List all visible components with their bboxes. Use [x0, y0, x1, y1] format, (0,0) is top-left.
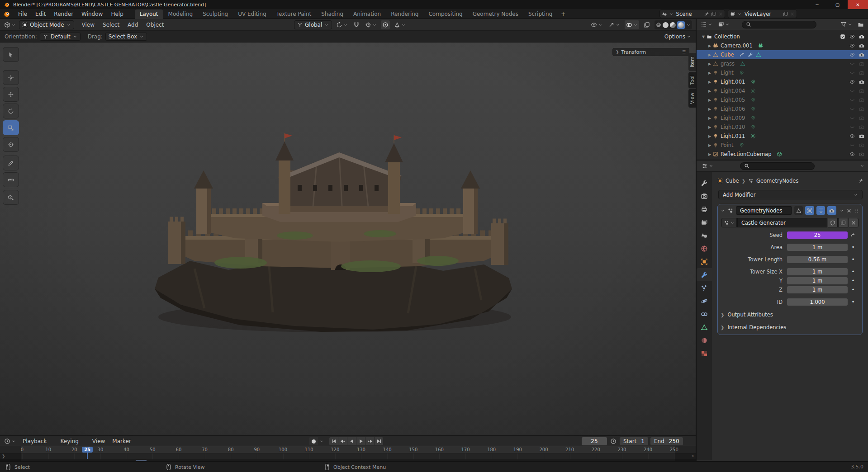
object-name[interactable]: Light.006	[721, 106, 745, 112]
editor-type-button[interactable]	[3, 437, 17, 446]
tool-cursor[interactable]	[3, 70, 19, 85]
viewport-menu-object[interactable]: Object	[142, 22, 168, 28]
add-modifier-button[interactable]: Add Modifier	[718, 190, 863, 199]
properties-tab-view-layer[interactable]	[697, 216, 712, 229]
viewport-canvas[interactable]: ❯ Transform ☰ ItemToolView	[0, 42, 696, 435]
pivot-point-dropdown[interactable]	[335, 20, 349, 29]
tool-measure[interactable]	[3, 172, 19, 187]
eye-open-icon[interactable]	[849, 34, 855, 39]
delete-view-layer-icon[interactable]	[790, 12, 795, 16]
outliner-row[interactable]: ▶ grass	[697, 59, 868, 68]
unlink-node-group-button[interactable]	[849, 218, 859, 227]
auto-keying-button[interactable]	[309, 437, 318, 445]
properties-tab-world[interactable]	[697, 242, 712, 255]
timeline-menu-marker[interactable]: Marker	[109, 438, 134, 444]
expand-arrow-icon[interactable]: ▶	[707, 125, 713, 129]
properties-tab-render[interactable]	[697, 189, 712, 203]
object-name[interactable]: Light.011	[721, 133, 745, 139]
display-mode-dropdown[interactable]	[716, 20, 731, 29]
expand-arrow-icon[interactable]: ▶	[707, 143, 713, 147]
viewport-menu-add[interactable]: Add	[123, 22, 142, 28]
object-name[interactable]: Light	[721, 70, 734, 76]
animate-dot[interactable]: •	[851, 288, 855, 292]
shading-rendered-button[interactable]	[677, 21, 685, 29]
properties-tab-constraints[interactable]	[697, 307, 712, 321]
tool-rotate[interactable]	[3, 104, 19, 118]
stopwatch-icon[interactable]	[610, 438, 617, 444]
orientation-dropdown[interactable]: Default	[40, 33, 81, 41]
workspace-tab-texture-paint[interactable]: Texture Paint	[271, 9, 316, 19]
frame-start-field[interactable]: Start 1	[620, 437, 648, 445]
object-visibility-dropdown[interactable]	[589, 20, 604, 29]
properties-tab-material[interactable]	[697, 334, 712, 347]
new-view-layer-icon[interactable]	[783, 11, 788, 17]
collection-row[interactable]: ▼ Collection	[697, 32, 868, 41]
collapse-chevron-icon[interactable]	[721, 208, 725, 213]
play-button[interactable]	[356, 437, 365, 445]
timeline-menu-keying[interactable]: Keying	[57, 438, 89, 444]
properties-tab-physics[interactable]	[697, 294, 712, 307]
properties-tab-tool[interactable]	[697, 176, 712, 189]
scene-selector[interactable]: Scene	[659, 9, 725, 18]
object-name[interactable]: Light.004	[721, 88, 745, 94]
sidebar-tab-tool[interactable]: Tool	[688, 72, 696, 88]
properties-search-input[interactable]	[740, 162, 815, 170]
prev-keyframe-button[interactable]	[338, 437, 347, 445]
sidebar-tab-view[interactable]: View	[688, 89, 696, 108]
view-layer-name[interactable]: ViewLayer	[744, 11, 781, 17]
properties-tab-scene[interactable]	[697, 229, 712, 242]
shading-material-preview-button[interactable]	[670, 22, 676, 28]
workspace-tab-geometry-nodes[interactable]: Geometry Nodes	[468, 9, 523, 19]
chevron-down-icon[interactable]	[319, 439, 324, 444]
jump-start-button[interactable]	[329, 437, 338, 445]
proportional-editing-toggle[interactable]	[381, 20, 390, 29]
overlays-dropdown[interactable]	[625, 20, 639, 29]
shading-wireframe-button[interactable]	[656, 22, 661, 28]
viewport-menu-select[interactable]: Select	[99, 22, 123, 28]
maximize-button[interactable]: ▢	[827, 0, 848, 9]
menu-window[interactable]: Window	[77, 11, 107, 17]
tool-transform[interactable]	[3, 137, 19, 152]
workspace-tab-modeling[interactable]: Modeling	[163, 9, 198, 19]
field-value-area[interactable]: 1 m	[787, 244, 848, 251]
tool-annotate[interactable]	[3, 156, 19, 170]
properties-tab-output[interactable]	[697, 203, 712, 216]
delete-modifier-icon[interactable]	[846, 208, 852, 213]
timeline-menu-view[interactable]: View	[89, 438, 109, 444]
workspace-tab-scripting[interactable]: Scripting	[523, 9, 557, 19]
object-name[interactable]: Light.001	[721, 79, 745, 85]
render-on-icon[interactable]	[859, 34, 864, 39]
outliner-search-input[interactable]	[742, 21, 816, 28]
modifier-name-field[interactable]: GeometryNodes	[736, 206, 792, 215]
new-collection-button[interactable]	[856, 20, 865, 29]
workspace-tab-compositing[interactable]: Compositing	[423, 9, 467, 19]
editor-type-button[interactable]	[699, 20, 714, 29]
animate-dot[interactable]: •	[851, 269, 855, 274]
play-reverse-button[interactable]	[347, 437, 356, 445]
next-keyframe-button[interactable]	[365, 437, 374, 445]
playhead-badge[interactable]: 25	[82, 447, 93, 453]
expand-arrow-icon[interactable]: ▶	[707, 116, 713, 120]
options-button[interactable]: Options	[664, 33, 691, 40]
edit-mode-toggle[interactable]	[805, 206, 814, 215]
transform-orientation-dropdown[interactable]: Global	[294, 20, 332, 29]
outliner-row[interactable]: ▶ Light.004	[697, 86, 868, 95]
panel-grip-icon[interactable]: ☰	[682, 50, 686, 54]
properties-tab-texture[interactable]	[697, 347, 712, 360]
workspace-tab-layout[interactable]: Layout	[135, 9, 163, 19]
fake-user-button[interactable]	[828, 218, 838, 227]
workspace-tab-sculpting[interactable]: Sculpting	[198, 9, 233, 19]
outliner-row[interactable]: ▶ Light.009	[697, 113, 868, 123]
animate-dot[interactable]: •	[851, 257, 855, 262]
expand-arrow-icon[interactable]: ▶	[707, 62, 713, 66]
workspace-tab-rendering[interactable]: Rendering	[386, 9, 423, 19]
outliner-row[interactable]: ▶ Light.005	[697, 95, 868, 104]
tool-move[interactable]	[3, 87, 19, 102]
menu-file[interactable]: File	[14, 11, 31, 17]
filter-dropdown[interactable]	[839, 20, 854, 29]
blender-menu-icon[interactable]	[3, 10, 10, 18]
viewport-menu-view[interactable]: View	[78, 22, 99, 28]
breadcrumb-object[interactable]: Cube	[726, 178, 739, 184]
properties-tab-object[interactable]	[697, 255, 712, 268]
outliner-row[interactable]: ▶ Cube	[697, 50, 868, 59]
